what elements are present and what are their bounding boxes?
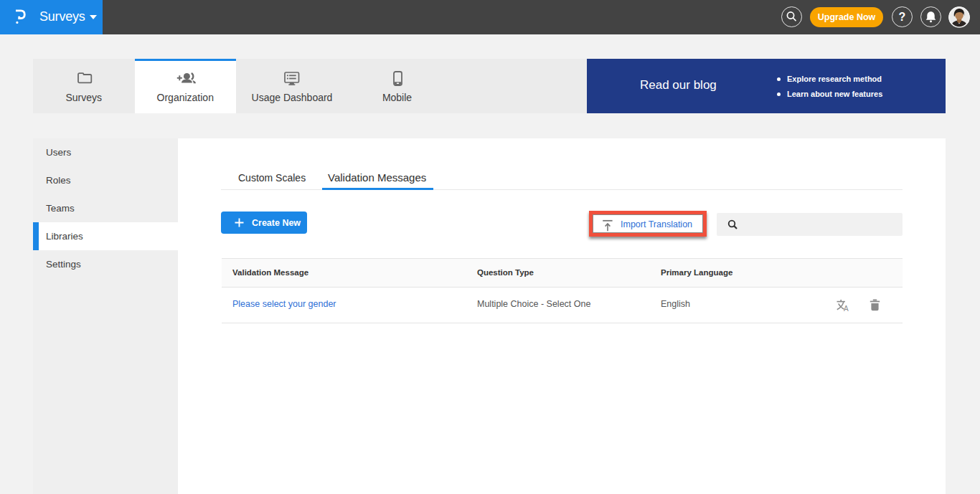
svg-text:A: A xyxy=(844,305,849,312)
